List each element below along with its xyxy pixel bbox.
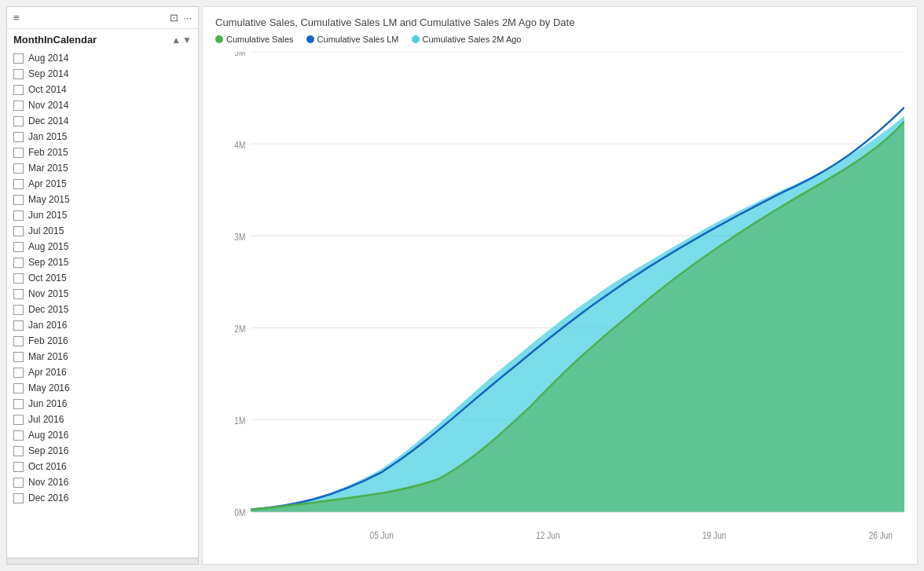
hamburger-icon[interactable]: ≡ xyxy=(13,12,20,24)
item-label: Nov 2016 xyxy=(28,477,68,488)
month-list: Aug 2014Sep 2014Oct 2014Nov 2014Dec 2014… xyxy=(7,49,198,558)
item-label: Jan 2015 xyxy=(28,131,67,142)
legend-label: Cumulative Sales xyxy=(226,35,294,44)
header-icons: ≡ xyxy=(13,12,20,24)
item-label: Nov 2014 xyxy=(28,100,68,111)
list-item[interactable]: Nov 2015 xyxy=(7,286,198,302)
list-item[interactable]: Dec 2014 xyxy=(7,113,198,129)
checkbox[interactable] xyxy=(13,148,24,158)
checkbox[interactable] xyxy=(13,116,24,126)
checkbox[interactable] xyxy=(13,226,24,236)
sort-up-icon[interactable]: ▲ xyxy=(171,35,181,46)
item-label: Oct 2014 xyxy=(28,84,67,95)
legend-item: Cumulative Sales LM xyxy=(306,35,399,44)
checkbox[interactable] xyxy=(13,210,24,221)
list-item[interactable]: Sep 2016 xyxy=(7,443,198,459)
item-label: Apr 2016 xyxy=(28,367,67,378)
item-label: Feb 2016 xyxy=(28,335,68,346)
list-item[interactable]: Dec 2016 xyxy=(7,490,198,506)
panel-title-row: MonthInCalendar ▲ ▼ xyxy=(7,29,198,49)
checkbox[interactable] xyxy=(13,462,24,472)
item-label: May 2016 xyxy=(28,382,70,393)
checkbox[interactable] xyxy=(13,195,24,205)
checkbox[interactable] xyxy=(13,430,24,441)
list-item[interactable]: Oct 2015 xyxy=(7,270,198,286)
item-label: Jul 2016 xyxy=(28,414,64,425)
checkbox[interactable] xyxy=(13,478,24,488)
item-label: Jun 2016 xyxy=(28,398,67,409)
list-item[interactable]: Mar 2016 xyxy=(7,349,198,364)
list-item[interactable]: Dec 2015 xyxy=(7,302,198,317)
svg-text:1M: 1M xyxy=(234,414,245,426)
checkbox[interactable] xyxy=(13,305,24,315)
expand-icon[interactable]: ⊡ xyxy=(170,12,178,24)
checkbox[interactable] xyxy=(13,336,24,346)
list-item[interactable]: Apr 2015 xyxy=(7,176,198,192)
checkbox[interactable] xyxy=(13,53,24,64)
checkbox[interactable] xyxy=(13,163,24,174)
checkbox[interactable] xyxy=(13,132,24,142)
sort-down-icon[interactable]: ▼ xyxy=(182,35,192,46)
panel-header: ≡ ⊡ ··· xyxy=(7,7,198,29)
item-label: Aug 2015 xyxy=(28,241,68,252)
checkbox[interactable] xyxy=(13,242,24,252)
item-label: Jun 2015 xyxy=(28,210,67,221)
svg-text:4M: 4M xyxy=(234,138,245,151)
checkbox[interactable] xyxy=(13,493,24,503)
list-item[interactable]: Jun 2015 xyxy=(7,207,198,223)
list-item[interactable]: Sep 2015 xyxy=(7,254,198,270)
chart-legend: Cumulative SalesCumulative Sales LMCumul… xyxy=(215,35,904,44)
list-item[interactable]: Mar 2015 xyxy=(7,160,198,176)
item-label: Nov 2015 xyxy=(28,288,68,299)
list-item[interactable]: Aug 2016 xyxy=(7,427,198,443)
svg-text:05 Jun: 05 Jun xyxy=(370,529,394,541)
checkbox[interactable] xyxy=(13,85,24,95)
header-action-icons: ⊡ ··· xyxy=(170,12,192,24)
list-item[interactable]: Nov 2016 xyxy=(7,474,198,490)
list-item[interactable]: Aug 2014 xyxy=(7,50,198,66)
item-label: Oct 2016 xyxy=(28,461,67,472)
list-item[interactable]: Aug 2015 xyxy=(7,239,198,254)
list-item[interactable]: May 2015 xyxy=(7,192,198,207)
list-item[interactable]: May 2016 xyxy=(7,380,198,396)
checkbox[interactable] xyxy=(13,258,24,268)
chart-title: Cumulative Sales, Cumulative Sales LM an… xyxy=(215,16,904,28)
checkbox[interactable] xyxy=(13,446,24,456)
list-item[interactable]: Jan 2016 xyxy=(7,317,198,333)
svg-text:19 Jun: 19 Jun xyxy=(702,529,726,541)
legend-label: Cumulative Sales LM xyxy=(317,35,399,44)
legend-dot xyxy=(412,35,420,43)
checkbox[interactable] xyxy=(13,69,24,79)
list-item[interactable]: Jun 2016 xyxy=(7,396,198,412)
svg-text:5M: 5M xyxy=(234,52,245,59)
checkbox[interactable] xyxy=(13,101,24,111)
svg-text:2M: 2M xyxy=(234,322,245,335)
item-label: Mar 2015 xyxy=(28,163,68,174)
item-label: Sep 2014 xyxy=(28,68,68,79)
checkbox[interactable] xyxy=(13,179,24,189)
checkbox[interactable] xyxy=(13,383,24,393)
list-item[interactable]: Feb 2015 xyxy=(7,145,198,160)
list-item[interactable]: Oct 2016 xyxy=(7,459,198,474)
list-item[interactable]: Feb 2016 xyxy=(7,333,198,349)
checkbox[interactable] xyxy=(13,368,24,378)
item-label: Jan 2016 xyxy=(28,320,67,331)
filter-panel: ≡ ⊡ ··· MonthInCalendar ▲ ▼ Aug 2014Sep … xyxy=(6,6,199,565)
svg-text:0M: 0M xyxy=(234,506,245,518)
checkbox[interactable] xyxy=(13,399,24,409)
list-item[interactable]: Jul 2015 xyxy=(7,223,198,239)
list-item[interactable]: Jan 2015 xyxy=(7,129,198,145)
list-item[interactable]: Sep 2014 xyxy=(7,66,198,82)
checkbox[interactable] xyxy=(13,273,24,284)
list-item[interactable]: Nov 2014 xyxy=(7,97,198,113)
list-item[interactable]: Apr 2016 xyxy=(7,364,198,380)
list-item[interactable]: Jul 2016 xyxy=(7,412,198,427)
more-icon[interactable]: ··· xyxy=(183,12,192,24)
checkbox[interactable] xyxy=(13,320,24,331)
list-item[interactable]: Oct 2014 xyxy=(7,82,198,97)
item-label: Apr 2015 xyxy=(28,178,67,189)
item-label: Oct 2015 xyxy=(28,273,67,284)
checkbox[interactable] xyxy=(13,289,24,299)
checkbox[interactable] xyxy=(13,415,24,425)
checkbox[interactable] xyxy=(13,352,24,362)
